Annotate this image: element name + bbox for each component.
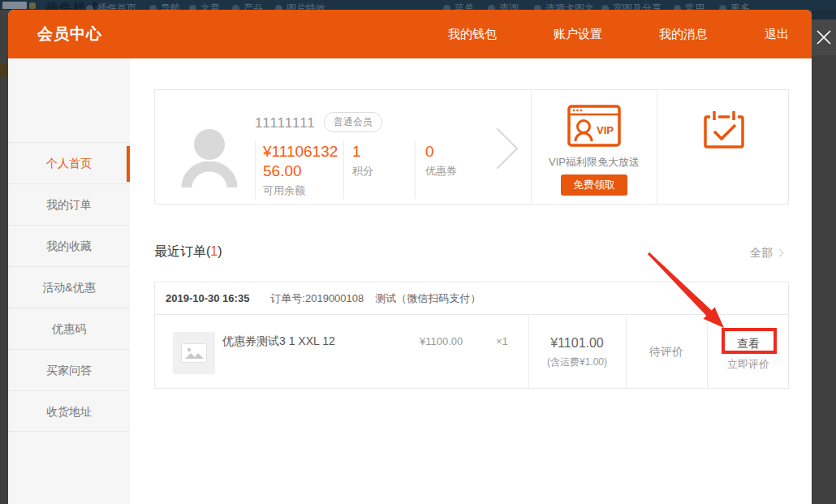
order-number: 订单号:2019000108 bbox=[270, 291, 364, 306]
avatar-icon bbox=[181, 127, 238, 189]
free-claim-button[interactable]: 免费领取 bbox=[561, 174, 627, 196]
svg-text:VIP: VIP bbox=[597, 124, 614, 136]
product-quantity: ×1 bbox=[496, 335, 508, 347]
chevron-right-icon bbox=[776, 249, 784, 257]
sidebar-item-coupon-code[interactable]: 优惠码 bbox=[8, 308, 130, 349]
divider bbox=[343, 140, 344, 199]
nav-my-wallet[interactable]: 我的钱包 bbox=[448, 27, 497, 42]
member-center-page: 插件样式 插件首页 导航 文章 产品 图片特效 菜单 查询 选项卡图文 宽图及分… bbox=[0, 0, 836, 504]
vip-window-icon: VIP bbox=[567, 105, 621, 147]
background-element bbox=[812, 10, 836, 19]
background-menu-item: 导航 bbox=[149, 2, 180, 10]
signin-calendar-section bbox=[657, 90, 790, 204]
chevron-right-icon[interactable] bbox=[477, 128, 519, 170]
close-button[interactable] bbox=[812, 19, 836, 55]
divider bbox=[707, 315, 708, 388]
background-menu-item: 文章 bbox=[189, 2, 220, 10]
balance-stat: ¥1110613256.00 可用余额 bbox=[263, 142, 341, 198]
product-unit-price: ¥1100.00 bbox=[420, 335, 463, 347]
order-status: 待评价 bbox=[626, 345, 707, 360]
image-placeholder-icon bbox=[181, 343, 207, 363]
order-datetime: 2019-10-30 16:35 bbox=[166, 292, 249, 304]
background-menu-item: 产品 bbox=[232, 2, 263, 10]
divider bbox=[255, 140, 256, 199]
dimmed-background-right bbox=[812, 10, 836, 504]
main-content: 11111111 普通会员 ¥1110613256.00 可用余额 1 积分 0… bbox=[130, 58, 812, 504]
product-name: 优惠券测试3 1 XXL 12 bbox=[222, 334, 335, 349]
sidebar-item-buyer-qa[interactable]: 买家问答 bbox=[8, 349, 130, 390]
sidebar-item-activities-discounts[interactable]: 活动&优惠 bbox=[8, 266, 130, 308]
points-label: 积分 bbox=[352, 164, 373, 179]
divider bbox=[415, 140, 416, 199]
balance-label: 可用余额 bbox=[263, 183, 341, 198]
review-now-button[interactable]: 立即评价 bbox=[707, 357, 790, 372]
background-element bbox=[0, 63, 8, 78]
sidebar-item-my-favorites[interactable]: 我的收藏 bbox=[8, 225, 130, 266]
sidebar-item-personal-home[interactable]: 个人首页 bbox=[8, 142, 130, 183]
order-total: ¥1101.00 bbox=[528, 336, 626, 351]
profile-card: 11111111 普通会员 ¥1110613256.00 可用余额 1 积分 0… bbox=[154, 89, 789, 205]
background-logo-mark bbox=[29, 2, 36, 9]
nav-my-messages[interactable]: 我的消息 bbox=[659, 27, 708, 42]
background-logo bbox=[2, 2, 27, 9]
background-menu-item: 更多 bbox=[719, 2, 750, 10]
view-order-button[interactable]: 查看 bbox=[707, 337, 790, 351]
product-thumbnail bbox=[173, 332, 215, 374]
divider bbox=[528, 315, 529, 388]
vip-promo-title: VIP福利限免大放送 bbox=[532, 155, 657, 170]
page-title: 会员中心 bbox=[37, 24, 102, 45]
username: 11111111 bbox=[255, 115, 316, 131]
member-center-modal: 会员中心 我的钱包 账户设置 我的消息 退出 个人首页 我的订单 我的收藏 活动… bbox=[8, 10, 812, 504]
coupons-label: 优惠券 bbox=[425, 164, 457, 179]
modal-header: 会员中心 我的钱包 账户设置 我的消息 退出 bbox=[8, 10, 812, 58]
order-payment-note: 测试（微信扫码支付） bbox=[375, 291, 480, 306]
background-menu-item: 常用 bbox=[674, 2, 705, 10]
sidebar-item-my-orders[interactable]: 我的订单 bbox=[8, 183, 130, 225]
background-menu-item: 图片特效 bbox=[275, 2, 325, 10]
vip-promo-section: VIP VIP福利限免大放送 免费领取 bbox=[531, 90, 657, 204]
sidebar-item-shipping-address[interactable]: 收货地址 bbox=[8, 390, 130, 432]
background-top-menu: 插件样式 插件首页 导航 文章 产品 图片特效 菜单 查询 选项卡图文 宽图及分… bbox=[0, 0, 836, 10]
order-card: 2019-10-30 16:35 订单号:2019000108 测试（微信扫码支… bbox=[154, 282, 789, 389]
view-all-link[interactable]: 全部 bbox=[750, 246, 782, 261]
background-menu-item: 选项卡图文 bbox=[534, 2, 594, 10]
recent-orders-title: 最近订单(1) bbox=[154, 243, 222, 261]
points-value: 1 bbox=[352, 142, 373, 162]
coupons-value: 0 bbox=[425, 142, 457, 162]
order-count: 1 bbox=[210, 244, 218, 258]
nav-logout[interactable]: 退出 bbox=[765, 27, 789, 42]
header-nav: 我的钱包 账户设置 我的消息 退出 bbox=[448, 10, 789, 58]
points-stat: 1 积分 bbox=[352, 142, 373, 179]
coupons-stat: 0 优惠券 bbox=[425, 142, 457, 179]
order-meta-row: 2019-10-30 16:35 订单号:2019000108 测试（微信扫码支… bbox=[155, 282, 788, 315]
calendar-check-icon[interactable] bbox=[703, 110, 745, 150]
order-shipping-note: (含运费¥1.00) bbox=[528, 355, 626, 369]
balance-value: ¥1110613256.00 bbox=[263, 142, 341, 181]
member-level-badge: 普通会员 bbox=[324, 112, 382, 132]
dimmed-background-left bbox=[0, 10, 8, 504]
sidebar: 个人首页 我的订单 我的收藏 活动&优惠 优惠码 买家问答 收货地址 bbox=[8, 58, 130, 504]
background-menu-item: 菜单 bbox=[443, 2, 474, 10]
nav-account-settings[interactable]: 账户设置 bbox=[554, 27, 602, 42]
background-menu-item: 宽图及分享 bbox=[601, 2, 661, 10]
close-icon bbox=[816, 29, 832, 45]
background-menu-item: 插件首页 bbox=[86, 2, 136, 10]
background-menu-item: 查询 bbox=[488, 2, 519, 10]
